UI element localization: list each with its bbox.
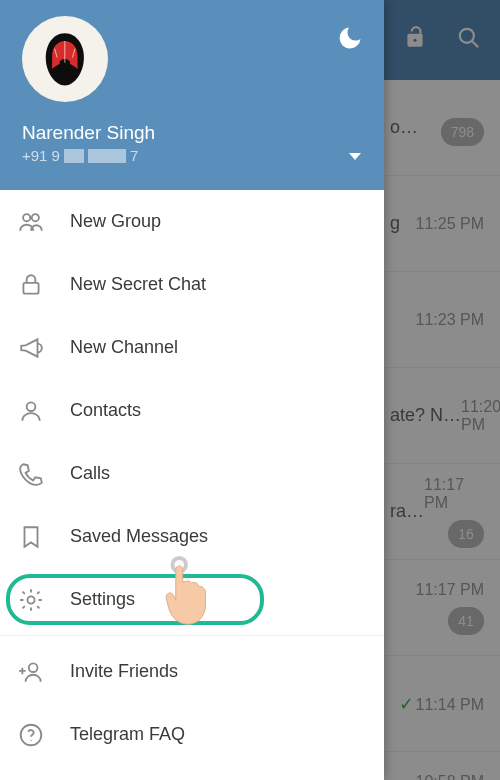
menu-item-calls[interactable]: Calls bbox=[0, 442, 384, 505]
menu-label: Calls bbox=[70, 463, 110, 484]
menu-item-contacts[interactable]: Contacts bbox=[0, 379, 384, 442]
menu-item-telegram-faq[interactable]: Telegram FAQ bbox=[0, 703, 384, 766]
navigation-drawer: Narender Singh +91 9 7 New Group New Sec… bbox=[0, 0, 384, 780]
menu-label: Invite Friends bbox=[70, 661, 178, 682]
menu-separator bbox=[0, 635, 384, 636]
menu-label: Contacts bbox=[70, 400, 141, 421]
phone-icon bbox=[18, 461, 70, 487]
menu-label: New Channel bbox=[70, 337, 178, 358]
menu-item-saved-messages[interactable]: Saved Messages bbox=[0, 505, 384, 568]
menu-label: Saved Messages bbox=[70, 526, 208, 547]
menu-label: Telegram FAQ bbox=[70, 724, 185, 745]
gear-icon bbox=[18, 587, 70, 613]
svg-point-8 bbox=[27, 596, 34, 603]
avatar[interactable] bbox=[22, 16, 108, 102]
menu-item-settings[interactable]: Settings bbox=[0, 568, 384, 631]
svg-point-5 bbox=[32, 214, 39, 221]
menu-label: Settings bbox=[70, 589, 135, 610]
group-icon bbox=[18, 209, 70, 235]
user-phone: +91 9 7 bbox=[22, 147, 368, 164]
help-icon bbox=[18, 722, 70, 748]
user-name: Narender Singh bbox=[22, 122, 368, 144]
drawer-menu: New Group New Secret Chat New Channel Co… bbox=[0, 190, 384, 780]
svg-point-11 bbox=[30, 739, 31, 740]
svg-rect-6 bbox=[23, 282, 38, 293]
account-switcher-icon[interactable] bbox=[348, 148, 362, 166]
lock-icon bbox=[18, 272, 70, 298]
menu-label: New Group bbox=[70, 211, 161, 232]
menu-label: New Secret Chat bbox=[70, 274, 206, 295]
menu-item-invite-friends[interactable]: Invite Friends bbox=[0, 640, 384, 703]
night-mode-icon[interactable] bbox=[336, 24, 364, 52]
bookmark-icon bbox=[18, 524, 70, 550]
megaphone-icon bbox=[18, 335, 70, 361]
svg-point-4 bbox=[23, 214, 30, 221]
svg-point-9 bbox=[29, 663, 38, 672]
menu-item-new-secret-chat[interactable]: New Secret Chat bbox=[0, 253, 384, 316]
svg-point-7 bbox=[27, 402, 36, 411]
phone-mask bbox=[88, 149, 126, 163]
menu-item-new-channel[interactable]: New Channel bbox=[0, 316, 384, 379]
phone-mask bbox=[64, 149, 84, 163]
invite-icon bbox=[18, 659, 70, 685]
person-icon bbox=[18, 398, 70, 424]
menu-item-new-group[interactable]: New Group bbox=[0, 190, 384, 253]
drawer-header: Narender Singh +91 9 7 bbox=[0, 0, 384, 190]
